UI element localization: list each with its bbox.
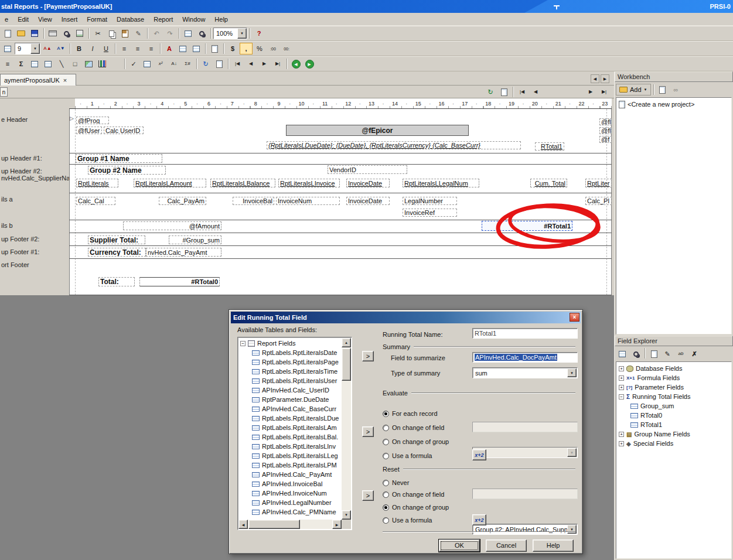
design-field-h-rptliterals[interactable]: RptLiterals: [76, 179, 118, 187]
section-page-header[interactable]: e Header: [1, 116, 28, 123]
tree-node-formula-fields[interactable]: + X+1 Formula Fields: [616, 373, 731, 383]
first-page-icon[interactable]: |◀: [231, 58, 244, 70]
help-button[interactable]: Help: [533, 539, 574, 552]
section-divider[interactable]: [69, 245, 612, 246]
delete-field-icon[interactable]: ✗: [688, 348, 701, 360]
horizontal-scrollbar[interactable]: ◀ ▶: [238, 520, 342, 529]
partial-tab[interactable]: n: [0, 87, 8, 97]
field-tree-item[interactable]: APInvHed.InvoiceBal: [239, 479, 342, 489]
design-field-h-invoice[interactable]: RptLiteralsLInvoice: [278, 179, 340, 187]
design-field-supplier-total[interactable]: Supplier Total:: [88, 235, 145, 244]
object-format-icon[interactable]: [1, 43, 14, 54]
design-field-h-amount[interactable]: RptLiteralsLAmount: [134, 179, 206, 187]
last-page-icon[interactable]: ▶|: [598, 86, 611, 98]
design-field-edge3[interactable]: @f: [599, 136, 612, 143]
refresh-icon[interactable]: ↻: [199, 58, 212, 70]
edit-field-icon[interactable]: ✎: [661, 348, 674, 360]
running-total-item[interactable]: Group_sum: [616, 401, 731, 411]
tab-paymentproposaluk[interactable]: aymentProposalUK ×: [0, 74, 76, 86]
design-field-h-invdate[interactable]: InvoiceDate: [346, 179, 390, 187]
add-field-button[interactable]: >: [362, 351, 374, 361]
insert-to-report-icon[interactable]: [616, 348, 629, 360]
field-tree-item[interactable]: RptLabels.RptLiteralsLPM: [239, 460, 342, 470]
menu-item[interactable]: Edit: [13, 14, 33, 25]
tree-node-running-total-fields[interactable]: − Σ Running Total Fields: [616, 392, 731, 401]
design-field-calc-payam[interactable]: Calc_PayAm: [159, 197, 206, 205]
design-field-rtotal0[interactable]: #RTotal0: [139, 277, 220, 286]
tree-node-special-fields[interactable]: + ◈ Special Fields: [616, 439, 731, 448]
section-group-footer-1[interactable]: up Footer #1:: [1, 248, 39, 255]
design-field-total-label[interactable]: Total:: [98, 277, 135, 286]
running-total-name-input[interactable]: RTotal1: [472, 328, 578, 339]
field-tree-item[interactable]: RptLabels.RptLiteralsPage: [239, 357, 342, 367]
running-total-item[interactable]: RTotal1: [616, 420, 731, 429]
field-to-summarize-input[interactable]: APInvHed.Calc_DocPayAmt: [472, 352, 578, 363]
highlight-icon[interactable]: [176, 43, 189, 54]
design-field-fprog[interactable]: @fProg: [76, 117, 109, 124]
insert-picture-icon[interactable]: [82, 58, 95, 70]
close-icon[interactable]: ×: [570, 313, 579, 322]
menu-item[interactable]: Database: [112, 14, 149, 25]
prev-page-icon[interactable]: ◀: [244, 58, 257, 70]
record-sort-icon[interactable]: A↓: [168, 58, 180, 70]
design-field-invoicedate[interactable]: InvoiceDate: [346, 197, 390, 205]
design-field-invoicenum[interactable]: InvoiceNum: [276, 197, 340, 205]
cancel-button[interactable]: Cancel: [486, 539, 527, 552]
design-field-calc-cal[interactable]: Calc_Cal: [76, 197, 115, 205]
field-tree-item[interactable]: RptLabels.RptLiteralsUser: [239, 376, 342, 385]
expand-icon[interactable]: +: [619, 441, 624, 446]
first-page-icon[interactable]: |◀: [516, 86, 529, 98]
open-report-icon[interactable]: [15, 28, 28, 39]
reset-group-combo[interactable]: Group #2: APInvHed.Calc_Suppl ▼: [472, 524, 578, 535]
new-report-icon[interactable]: [1, 28, 14, 39]
type-of-summary-combo[interactable]: sum ▼: [472, 367, 578, 378]
print-icon[interactable]: [46, 28, 59, 39]
design-field-legalnumber[interactable]: LegalNumber: [403, 197, 457, 205]
expand-icon[interactable]: +: [619, 432, 624, 437]
ok-button[interactable]: OK: [439, 539, 480, 552]
add-reset-field-button[interactable]: >: [362, 490, 374, 501]
dropdown-icon[interactable]: ▼: [567, 368, 577, 377]
add-evaluate-field-button[interactable]: >: [362, 426, 374, 437]
design-field-h-legal[interactable]: RptLiteralsLLegalNum: [403, 179, 479, 187]
design-field-h-balance[interactable]: RptLiteralsLBalance: [210, 179, 275, 187]
menu-item[interactable]: Insert: [57, 14, 83, 25]
print-preview-icon[interactable]: [60, 28, 73, 39]
save-icon[interactable]: [28, 28, 41, 39]
increase-font-icon[interactable]: A▲: [41, 43, 54, 54]
field-tree-item[interactable]: RptLabels.RptLiteralsLDue: [239, 414, 342, 423]
menu-item[interactable]: Format: [82, 14, 112, 25]
field-tree-item[interactable]: RptParameter.DueDate: [239, 395, 342, 404]
scroll-up-icon[interactable]: ▲: [342, 338, 351, 347]
select-expert-icon[interactable]: ✓: [127, 58, 140, 70]
expand-icon[interactable]: +: [619, 385, 624, 390]
design-field-h-cum-total[interactable]: Cum. Total: [530, 179, 567, 187]
align-center-icon[interactable]: ≡: [131, 43, 144, 54]
design-field-rtotal1-selected[interactable]: #RTotal1: [482, 221, 572, 231]
design-field-h-rptliter[interactable]: RptLiter: [585, 179, 612, 187]
field-tree-item[interactable]: RptLabels.RptLiteralsLInv: [239, 442, 342, 451]
evaluate-for-each-record-radio[interactable]: For each record: [383, 409, 438, 418]
menu-item[interactable]: View: [33, 14, 57, 25]
field-explorer-header[interactable]: Field Explorer: [615, 336, 733, 346]
dropdown-icon[interactable]: ▼: [30, 43, 40, 54]
insert-chart-icon[interactable]: [96, 58, 108, 70]
available-fields-list[interactable]: − Report Fields RptLabels.RptLiteralsDat…: [237, 337, 352, 530]
formula-workshop-icon[interactable]: x²: [154, 58, 167, 70]
workbench-header[interactable]: Workbench: [615, 71, 733, 82]
font-color-icon[interactable]: A: [163, 43, 176, 54]
insert-line-icon[interactable]: ╲: [55, 58, 68, 70]
suppress-icon[interactable]: [208, 43, 221, 54]
percent-icon[interactable]: %: [253, 43, 266, 54]
vertical-scrollbar[interactable]: ▲ ▼: [342, 338, 351, 520]
redo-icon[interactable]: ↷: [163, 28, 176, 39]
design-field-invoiceref[interactable]: InvoiceRef: [403, 209, 457, 217]
design-field-calc-pl[interactable]: Calc_Pl: [585, 197, 612, 205]
scrollbar-thumb[interactable]: [342, 348, 351, 381]
section-expert-icon[interactable]: ≡: [1, 58, 14, 70]
dropdown-icon[interactable]: ▼: [237, 28, 247, 39]
field-tree-item[interactable]: RptLabels.RptLiteralsLLeg: [239, 451, 342, 460]
evaluate-formula-button[interactable]: x+2: [472, 449, 486, 460]
design-field-fuser[interactable]: @fUser: [76, 127, 102, 134]
find-icon[interactable]: [195, 28, 208, 39]
